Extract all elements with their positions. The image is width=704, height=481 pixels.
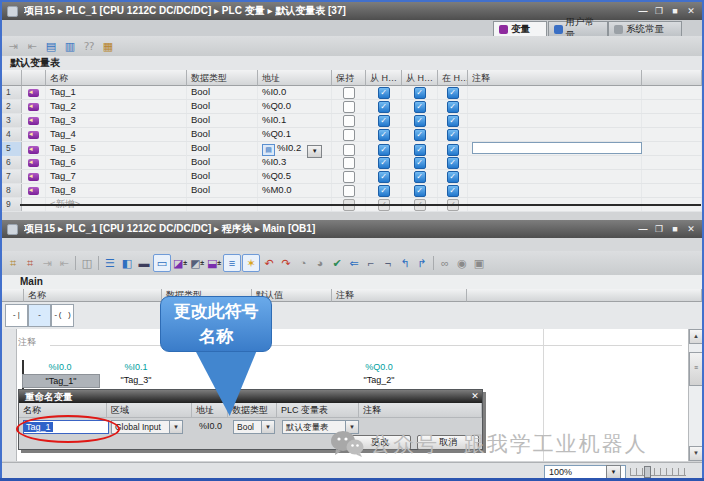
in-hmi-checkbox[interactable] [447,129,459,141]
operand-address[interactable]: %I0.1 [106,362,166,372]
operand-info-icon[interactable]: ◧ [119,255,135,271]
table-row[interactable]: 7 Tag_7 Bool %Q0.5 [2,170,702,184]
chevron-down-icon[interactable]: ▼ [606,465,621,479]
export-icon[interactable]: ▤ [43,38,59,54]
cell-name[interactable]: Tag_6 [46,156,187,169]
from-hmi-checkbox[interactable] [378,115,390,127]
nav-forward-icon[interactable]: ↱ [414,255,430,271]
close-icon[interactable]: ✕ [468,390,482,403]
from-hmi-checkbox[interactable] [414,185,426,197]
insert-row-icon[interactable]: ⇥ [39,255,55,271]
restore-icon[interactable]: ❐ [654,224,664,234]
tab-variables[interactable]: 变量 [493,21,547,37]
scroll-down-icon[interactable]: ▼ [689,446,703,461]
cell-address[interactable]: %Q0.0 [258,100,332,113]
cell-comment[interactable] [468,156,642,169]
network-comment-label[interactable]: 注释 [18,336,36,349]
from-hmi-checkbox[interactable] [414,157,426,169]
scroll-up-icon[interactable]: ▲ [689,329,703,344]
in-hmi-checkbox[interactable] [447,115,459,127]
zoom-slider-thumb[interactable] [644,466,651,478]
cell-name[interactable]: Tag_4 [46,128,187,141]
maximize-icon[interactable]: ■ [670,224,680,234]
if-col-name[interactable]: 名称 [24,289,162,302]
from-hmi-checkbox[interactable] [378,157,390,169]
from-hmi-checkbox[interactable] [414,87,426,99]
update-block-icon[interactable]: ◔ [295,255,311,271]
next-error-icon[interactable]: ↷ [278,255,294,271]
maximize-icon[interactable]: ■ [670,6,680,16]
from-hmi-checkbox[interactable] [378,144,390,156]
box-frame-icon[interactable]: ◪± [172,255,188,271]
in-hmi-checkbox[interactable] [447,101,459,113]
scrollbar-thumb[interactable]: ≡ [689,352,703,386]
operand-name-selected[interactable]: "Tag_1" [22,374,100,388]
cell-address[interactable]: %I0.0 [258,86,332,99]
prev-error-icon[interactable]: ↶ [261,255,277,271]
zoom-slider[interactable] [630,468,686,476]
minimize-icon[interactable]: — [638,224,648,234]
close-icon[interactable]: ✕ [686,224,696,234]
from-hmi-checkbox[interactable] [378,87,390,99]
delete-network-icon[interactable]: ⌗ [22,255,38,271]
no-contact-button[interactable]: -| |- [5,304,28,327]
in-hmi-checkbox[interactable] [447,157,459,169]
retain-checkbox[interactable] [343,115,355,127]
call-structure-icon[interactable]: ▣ [471,255,487,271]
absolute-operands-icon[interactable]: ☰ [102,255,118,271]
indent-icon[interactable]: ¬ [380,255,396,271]
favorites-icon[interactable]: ✶ [242,254,260,272]
retentive-icon[interactable]: ⁇ [81,38,97,54]
expand-networks-icon[interactable]: ≡ [223,254,241,272]
cell-datatype[interactable]: Bool [187,184,258,197]
cell-address[interactable]: %I0.3 [258,156,332,169]
monitor-glasses-icon[interactable]: ∞ [437,255,453,271]
cell-datatype[interactable]: Bool [187,100,258,113]
insert-row-icon[interactable]: ⇥ [5,38,21,54]
col-from-hmi1[interactable]: 从 H… [366,70,402,86]
col-address[interactable]: 地址 [258,70,332,86]
from-hmi-checkbox[interactable] [414,144,426,156]
goto-definition-icon[interactable]: ◫ [79,255,95,271]
in-hmi-checkbox[interactable] [447,185,459,197]
from-hmi-checkbox[interactable] [414,129,426,141]
operand-address[interactable]: %I0.0 [26,362,94,372]
close-icon[interactable]: ✕ [686,6,696,16]
operand-address[interactable]: %Q0.0 [347,362,411,372]
cell-datatype[interactable]: Bool [187,114,258,127]
chevron-down-icon[interactable]: ▼ [261,421,274,433]
from-hmi-checkbox[interactable] [414,115,426,127]
cell-name[interactable]: Tag_7 [46,170,187,183]
cell-address[interactable]: %M0.0 [258,184,332,197]
dialog-titlebar[interactable]: 重命名变量 ✕ [19,390,482,403]
snapshot-icon[interactable]: ◉ [454,255,470,271]
cell-comment[interactable] [468,128,642,141]
operand-name[interactable]: "Tag_3" [106,375,166,385]
nav-back-icon[interactable]: ↰ [397,255,413,271]
delete-row-icon[interactable]: ⇤ [56,255,72,271]
insert-label-icon[interactable]: ⬓± [206,255,222,271]
coil-button[interactable]: -( ) [51,304,74,327]
cell-address[interactable]: %I0.1 [258,114,332,127]
cell-name[interactable]: Tag_2 [46,100,187,113]
from-hmi-checkbox[interactable] [378,185,390,197]
import-icon[interactable]: ▥ [62,38,78,54]
program-block-titlebar[interactable]: 项目15 ▸ PLC_1 [CPU 1212C DC/DC/DC] ▸ 程序块 … [2,220,702,238]
cell-address[interactable]: %Q0.1 [258,128,332,141]
monitor-table-icon[interactable]: ▦ [100,38,116,54]
retain-checkbox[interactable] [343,157,355,169]
table-row[interactable]: 3 Tag_3 Bool %I0.1 [2,114,702,128]
in-hmi-checkbox[interactable] [447,87,459,99]
chevron-down-icon[interactable]: ▼ [169,421,182,433]
retain-checkbox[interactable] [343,185,355,197]
address-type-icon[interactable]: ▤ [262,144,275,156]
vertical-scrollbar[interactable]: ▲ ≡ ▼ [688,329,702,461]
retain-checkbox[interactable] [343,144,355,156]
comment-input[interactable] [472,142,642,154]
retain-checkbox[interactable] [343,129,355,141]
tab-user-constants[interactable]: 用户常量 [548,21,608,36]
name-input[interactable]: Tag_1 [23,420,109,434]
cell-comment[interactable] [468,184,642,197]
col-in-hmi[interactable]: 在 H… [438,70,468,86]
col-name[interactable]: 名称 [46,70,187,86]
